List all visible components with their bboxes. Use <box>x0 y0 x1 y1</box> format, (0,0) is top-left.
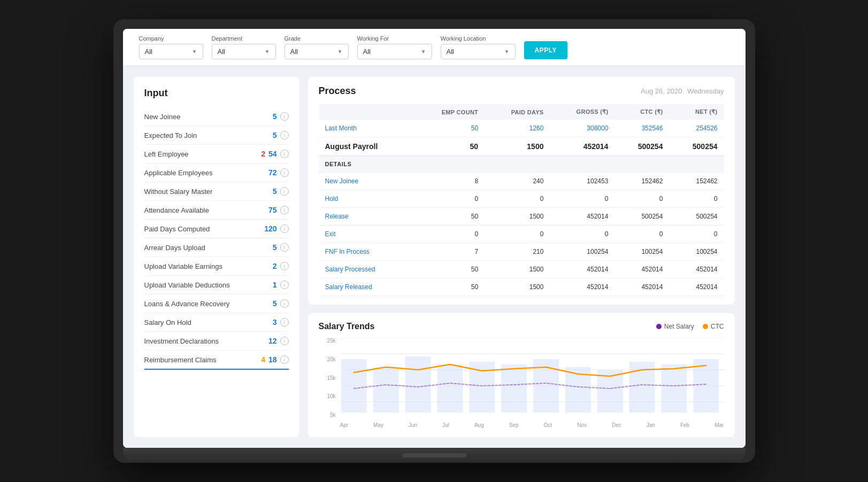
detail-paid_days: 240 <box>485 173 550 190</box>
input-row-label: New Joinee <box>144 113 273 121</box>
last-month-paid-days[interactable]: 1260 <box>485 120 550 137</box>
info-icon[interactable]: i <box>280 262 289 270</box>
process-title: Process <box>319 85 356 97</box>
input-row-label: Loans & Advance Recovery <box>144 300 273 308</box>
company-arrow-icon: ▼ <box>192 49 197 55</box>
input-row: Upload Variable Earnings2i <box>144 257 289 276</box>
input-row-value1[interactable]: 5 <box>273 299 277 308</box>
detail-paid_days: 1500 <box>485 278 550 296</box>
input-row-value2[interactable]: 54 <box>268 150 277 158</box>
detail-label[interactable]: Salary Processed <box>319 261 413 278</box>
info-icon[interactable]: i <box>280 243 289 252</box>
input-row-value1[interactable]: 1 <box>273 281 277 289</box>
info-icon[interactable]: i <box>280 187 289 196</box>
working-location-arrow-icon: ▼ <box>504 49 510 55</box>
detail-label[interactable]: Exit <box>319 226 413 243</box>
svg-rect-5 <box>341 359 366 413</box>
input-row-value1[interactable]: 12 <box>268 337 277 345</box>
detail-label[interactable]: Release <box>319 208 413 226</box>
last-month-emp-count[interactable]: 50 <box>413 120 485 137</box>
trends-title: Salary Trends <box>319 322 375 331</box>
input-row-value1[interactable]: 2 <box>273 262 277 270</box>
detail-net: 500254 <box>669 208 724 226</box>
last-month-gross[interactable]: 308000 <box>550 120 614 137</box>
department-select[interactable]: All ▼ <box>212 44 276 59</box>
svg-rect-15 <box>661 364 687 413</box>
detail-row: Hold00000 <box>319 190 724 208</box>
info-icon[interactable]: i <box>280 318 289 326</box>
input-row-value2[interactable]: 18 <box>268 355 277 364</box>
info-icon[interactable]: i <box>280 131 289 139</box>
legend: Net Salary CTC <box>656 323 724 330</box>
detail-emp_count: 0 <box>413 190 485 208</box>
info-icon[interactable]: i <box>280 281 289 289</box>
process-section: Process Aug 26, 2020 Wednesday EMP COUNT… <box>308 77 735 305</box>
last-month-net[interactable]: 254526 <box>669 120 724 137</box>
august-payroll-ctc: 500254 <box>614 137 669 156</box>
info-icon[interactable]: i <box>280 168 289 177</box>
input-row-label: Applicable Employees <box>144 169 268 177</box>
last-month-label[interactable]: Last Month <box>319 120 413 137</box>
detail-label[interactable]: Salary Released <box>319 278 413 296</box>
working-for-select[interactable]: All ▼ <box>357 44 432 59</box>
chart-x-labels: Apr May Jun Jul Aug Sep Oct Nov Dec Jan … <box>319 420 724 428</box>
input-row-value1[interactable]: 5 <box>273 187 277 196</box>
input-row-value1[interactable]: 72 <box>268 168 277 177</box>
info-icon[interactable]: i <box>280 224 289 233</box>
info-icon[interactable]: i <box>280 299 289 308</box>
detail-net: 452014 <box>669 278 724 296</box>
input-row-value1[interactable]: 4 <box>261 355 265 364</box>
net-salary-legend-label: Net Salary <box>664 323 694 330</box>
grade-select[interactable]: All ▼ <box>285 44 349 59</box>
info-icon[interactable]: i <box>280 337 289 345</box>
detail-row: FNF In Process7210100254100254100254 <box>319 243 724 261</box>
input-row-value1[interactable]: 3 <box>273 318 277 326</box>
chart-y-labels: 25k 20k 15k 10k 5k <box>319 338 339 418</box>
process-header: Process Aug 26, 2020 Wednesday <box>319 85 724 97</box>
input-row-label: Upload Variable Deductions <box>144 281 273 289</box>
input-row-value1[interactable]: 5 <box>273 131 277 139</box>
detail-ctc: 152462 <box>614 173 669 190</box>
detail-row: Release501500452014500254500254 <box>319 208 724 226</box>
col-paid-days: PAID DAYS <box>485 104 550 120</box>
company-select[interactable]: All ▼ <box>139 44 203 59</box>
laptop-notch <box>402 453 466 457</box>
working-location-select[interactable]: All ▼ <box>441 44 516 59</box>
august-payroll-row: August Payroll 50 1500 452014 500254 500… <box>319 137 724 156</box>
input-row-label: Investment Declarations <box>144 337 268 345</box>
detail-emp_count: 8 <box>413 173 485 190</box>
right-panel: Process Aug 26, 2020 Wednesday EMP COUNT… <box>308 77 735 437</box>
detail-gross: 0 <box>550 226 614 243</box>
main-content: Input New Joinee5iExpected To Join5iLeft… <box>123 66 746 448</box>
detail-label[interactable]: Hold <box>319 190 413 208</box>
input-row-value1[interactable]: 5 <box>273 243 277 252</box>
detail-ctc: 452014 <box>614 278 669 296</box>
svg-rect-16 <box>693 359 719 413</box>
last-month-ctc[interactable]: 352546 <box>614 120 669 137</box>
august-payroll-label: August Payroll <box>319 137 413 156</box>
trends-header: Salary Trends Net Salary CTC <box>319 322 724 331</box>
info-icon[interactable]: i <box>280 355 289 364</box>
info-icon[interactable]: i <box>280 206 289 214</box>
input-row-label: Salary On Hold <box>144 318 273 326</box>
working-for-filter-group: Working For All ▼ <box>357 35 432 59</box>
col-gross: GROSS (₹) <box>550 104 614 120</box>
svg-rect-6 <box>373 367 398 413</box>
input-row-value1[interactable]: 75 <box>268 206 277 214</box>
input-row-value1[interactable]: 120 <box>264 224 276 233</box>
detail-ctc: 500254 <box>614 208 669 226</box>
apply-button[interactable]: APPLY <box>524 41 567 59</box>
info-icon[interactable]: i <box>280 112 289 121</box>
info-icon[interactable]: i <box>280 150 289 158</box>
ctc-legend-label: CTC <box>711 323 724 330</box>
laptop-base <box>123 448 746 463</box>
detail-emp_count: 50 <box>413 278 485 296</box>
company-label: Company <box>139 35 203 42</box>
detail-label[interactable]: New Joinee <box>319 173 413 190</box>
input-row: Expected To Join5i <box>144 126 289 145</box>
department-arrow-icon: ▼ <box>265 49 270 55</box>
input-title: Input <box>144 88 289 99</box>
input-row-value1[interactable]: 5 <box>273 112 277 121</box>
input-row-value1[interactable]: 2 <box>261 150 265 158</box>
detail-label[interactable]: FNF In Process <box>319 243 413 261</box>
